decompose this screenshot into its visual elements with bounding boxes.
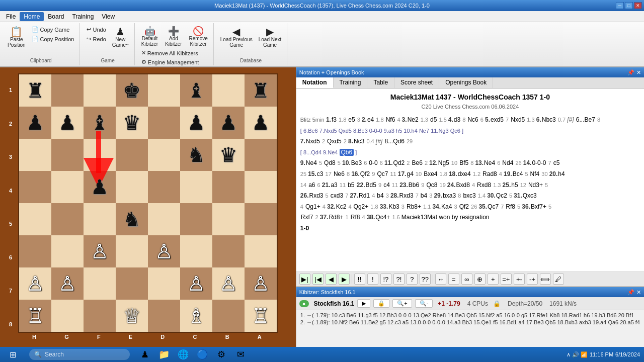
taskbar-app-mail[interactable]: ✉ (231, 347, 250, 362)
move-21b[interactable]: b5 (347, 182, 355, 189)
move-6b[interactable]: 6...Be7 (576, 116, 596, 123)
move-10w[interactable]: Be3 (351, 159, 362, 166)
kibitzer-close-icon[interactable]: ✕ (636, 289, 641, 296)
cell-D6[interactable] (148, 139, 180, 171)
cell-H3[interactable] (19, 235, 51, 267)
cell-H6[interactable] (19, 139, 51, 171)
cell-B5[interactable] (212, 171, 245, 203)
remove-kibitzer-button[interactable]: 🚫 Remove Kibitzer (187, 25, 210, 48)
move-33b[interactable]: Rb8+ (406, 203, 422, 210)
cell-B3[interactable] (212, 235, 245, 267)
cell-E7[interactable]: ♛ (116, 107, 148, 139)
cell-F8[interactable] (84, 74, 116, 107)
cell-G8[interactable] (51, 74, 84, 107)
ann-blunder-button[interactable]: ?? (420, 274, 431, 285)
start-button[interactable]: ⊞ (0, 347, 25, 362)
load-next-game-button[interactable]: ▶ Load Next Game (256, 25, 284, 49)
cell-B4[interactable] (212, 203, 245, 235)
move-26b[interactable]: cxd3 (330, 192, 344, 199)
ann-slight-white-button[interactable]: ⊕ (474, 274, 486, 285)
move-21w[interactable]: a3 (330, 182, 338, 189)
move-20w[interactable]: h4 (557, 170, 565, 177)
cell-G1[interactable] (51, 300, 84, 332)
move-15b[interactable]: Ne6 (333, 170, 345, 177)
move-29b[interactable]: bxc3 (462, 192, 476, 199)
taskbar-app-folder[interactable]: 📁 (155, 347, 173, 362)
paste-position-button[interactable]: 📋 Paste Position (5, 25, 28, 49)
cell-G3[interactable] (51, 235, 84, 267)
move-19b[interactable]: Nf4 (530, 170, 540, 177)
cell-E5[interactable] (116, 171, 148, 203)
minimize-button[interactable]: ─ (616, 2, 624, 9)
move-7b[interactable]: Qxd5 (327, 138, 342, 145)
move-28w[interactable]: Rxd3 (399, 192, 414, 199)
move-33w[interactable]: Kb3 (388, 203, 399, 210)
cell-D2[interactable] (148, 267, 180, 300)
ann-black-better-button[interactable]: -+ (527, 274, 538, 285)
engine-management-button[interactable]: ⚙ Engine Management (139, 58, 202, 66)
cell-B8[interactable] (212, 74, 245, 107)
move-37b[interactable]: Rf8 (350, 214, 361, 221)
ann-interesting-button[interactable]: !? (380, 274, 391, 285)
cell-F6[interactable] (84, 139, 116, 171)
cell-G5[interactable] (51, 171, 84, 203)
cell-E2[interactable] (116, 267, 148, 300)
menu-board[interactable]: Board (44, 12, 68, 21)
engine-zoom-in-button[interactable]: 🔍+ (392, 299, 412, 308)
cell-E6[interactable] (116, 139, 148, 171)
cell-D3[interactable]: ♙ (148, 235, 180, 267)
cell-B6[interactable]: ♛ (212, 139, 245, 171)
move-6w[interactable]: Nbc3 (541, 116, 556, 123)
move-4w[interactable]: d3 (453, 116, 461, 123)
ann-clear-white-button[interactable]: =+ (501, 274, 512, 285)
cell-E4[interactable]: ♞ (116, 203, 148, 235)
cell-C8[interactable]: ♝ (180, 74, 212, 107)
cell-A2[interactable]: ♙ (245, 267, 277, 300)
move-12w[interactable]: Ng5 (438, 159, 450, 166)
move-16b[interactable]: Qc7 (376, 170, 388, 177)
cell-C2[interactable]: ♙ (180, 267, 212, 300)
move-25b[interactable]: Nd3+ (528, 182, 543, 189)
undo-button[interactable]: ↩ Undo (84, 25, 108, 34)
cell-C3[interactable] (180, 235, 212, 267)
move-38w[interactable]: Qc4+ (375, 214, 390, 221)
cell-C7[interactable]: ♟ (180, 107, 212, 139)
move-26w[interactable]: Rxd3 (309, 192, 324, 199)
tab-notation[interactable]: Notation (296, 77, 334, 88)
move-35b[interactable]: Rf8 (505, 203, 516, 210)
cell-F5[interactable]: ♟ (84, 171, 116, 203)
move-17b[interactable]: Bxe4 (423, 170, 438, 177)
close-button[interactable]: ✕ (634, 2, 642, 9)
cell-A4[interactable] (245, 203, 277, 235)
cell-D8[interactable] (148, 74, 180, 107)
menu-training[interactable]: Training (68, 12, 98, 21)
move-27w[interactable]: Rd1 (358, 192, 370, 199)
taskbar-app-settings[interactable]: ⚙ (212, 347, 230, 362)
move-2w[interactable]: e4 (367, 116, 374, 123)
cell-E3[interactable] (116, 235, 148, 267)
redo-button[interactable]: ↪ Redo (84, 35, 108, 43)
move-30w[interactable]: Qc2 (496, 192, 508, 199)
maximize-button[interactable]: □ (625, 2, 633, 9)
nav-next-button[interactable]: ▶ (339, 274, 350, 285)
move-20b[interactable]: a6 (308, 182, 315, 189)
move-13w[interactable]: Ne4 (484, 159, 496, 166)
move-5w[interactable]: exd5 (490, 116, 504, 123)
tab-training[interactable]: Training (334, 77, 368, 88)
taskbar-search-box[interactable]: 🔍 Search (29, 349, 130, 360)
cell-H7[interactable]: ♟ (19, 107, 51, 139)
cell-F4[interactable] (84, 203, 116, 235)
copy-game-button[interactable]: 📄 Copy Game (29, 25, 77, 34)
move-14b[interactable]: c5 (553, 159, 560, 166)
move-8w[interactable]: Nc3 (353, 138, 365, 145)
move-14w[interactable]: 0-0-0 (531, 159, 546, 166)
cell-C4[interactable] (180, 203, 212, 235)
move-7w[interactable]: Nxd5 (305, 138, 320, 145)
move-3b[interactable]: d5 (430, 116, 437, 123)
cell-D5[interactable] (148, 171, 180, 203)
move-3w[interactable]: Ne2 (407, 116, 419, 123)
ann-edit-button[interactable]: 🖊 (553, 274, 564, 285)
nav-start-button[interactable]: ▶| (299, 274, 310, 285)
menu-file[interactable]: File (2, 12, 20, 21)
move-25w[interactable]: h5 (511, 182, 518, 189)
